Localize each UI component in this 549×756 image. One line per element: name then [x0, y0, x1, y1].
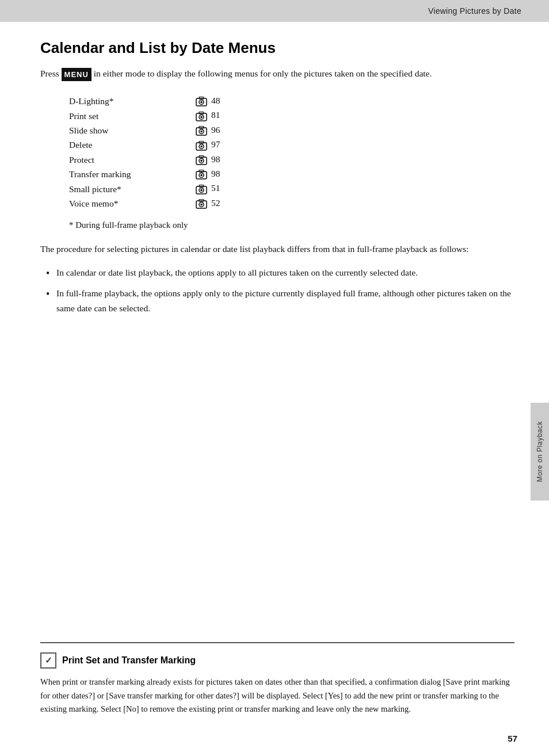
intro-paragraph: Press MENU in either mode to display the…: [40, 66, 514, 81]
menu-row: Small picture* 51: [69, 182, 220, 196]
intro-after: in either mode to display the following …: [92, 68, 432, 78]
menu-item-page-num: 97: [209, 139, 220, 149]
side-tab-label: More on Playback: [536, 421, 544, 482]
menu-item-name: Protect: [69, 152, 196, 167]
menu-row: Protect 98: [69, 152, 220, 167]
svg-point-23: [200, 174, 203, 177]
menu-item-page-num: 52: [209, 198, 220, 208]
footnote: * During full-frame playback only: [69, 220, 514, 230]
note-title: Print Set and Transfer Marking: [62, 655, 196, 666]
bullet-item: In calendar or date list playback, the o…: [40, 265, 514, 280]
intro-before: Press: [40, 68, 62, 78]
note-section: ✓ Print Set and Transfer Marking When pr…: [40, 642, 514, 716]
svg-point-11: [200, 131, 203, 133]
page-number: 57: [508, 734, 517, 743]
body-paragraph: The procedure for selecting pictures in …: [40, 242, 514, 257]
menu-item-ref: 52: [196, 196, 220, 211]
menu-item-page-num: 81: [209, 110, 220, 120]
menu-row: Transfer marking 98: [69, 167, 220, 182]
camera-icon: [196, 198, 207, 209]
menu-row: Voice memo* 52: [69, 196, 220, 211]
menu-item-name: Small picture*: [69, 182, 196, 196]
note-icon: ✓: [40, 652, 56, 669]
menu-row: Slide show 96: [69, 123, 220, 138]
menu-item-ref: 96: [196, 123, 220, 138]
menu-keyword: MENU: [62, 68, 92, 81]
camera-icon: [196, 154, 207, 166]
menu-item-page-num: 96: [209, 125, 220, 135]
bullet-item: In full-frame playback, the options appl…: [40, 286, 514, 315]
menu-item-ref: 97: [196, 138, 220, 152]
menu-item-name: Slide show: [69, 123, 196, 138]
menu-item-page-num: 48: [209, 96, 220, 105]
camera-icon: [196, 184, 207, 195]
menu-item-ref: 48: [196, 94, 220, 108]
page-title: Calendar and List by Date Menus: [40, 39, 514, 57]
menu-item-ref: 98: [196, 167, 220, 182]
camera-icon: [196, 140, 207, 151]
svg-point-3: [200, 101, 203, 104]
note-body: When print or transfer marking already e…: [40, 675, 514, 716]
side-tab: More on Playback: [531, 403, 549, 501]
menu-item-name: D-Lighting*: [69, 94, 196, 108]
svg-point-15: [200, 145, 203, 147]
note-title-row: ✓ Print Set and Transfer Marking: [40, 652, 514, 669]
menu-row: Delete 97: [69, 138, 220, 152]
menu-item-ref: 98: [196, 152, 220, 167]
menu-item-ref: 81: [196, 109, 220, 123]
menu-row: D-Lighting* 48: [69, 94, 220, 108]
header-title: Viewing Pictures by Date: [428, 6, 521, 16]
menu-item-ref: 51: [196, 182, 220, 196]
menu-table: D-Lighting* 48Print set 81Slide show 96D…: [69, 94, 220, 211]
svg-point-19: [200, 160, 203, 162]
camera-icon: [196, 125, 207, 136]
camera-icon: [196, 169, 207, 180]
header-bar: Viewing Pictures by Date: [0, 0, 549, 22]
menu-item-page-num: 51: [209, 183, 220, 193]
svg-point-31: [200, 204, 203, 206]
page: Viewing Pictures by Date Calendar and Li…: [0, 0, 549, 756]
menu-item-page-num: 98: [209, 154, 220, 164]
menu-item-name: Print set: [69, 109, 196, 123]
menu-item-name: Transfer marking: [69, 167, 196, 182]
bullet-list: In calendar or date list playback, the o…: [40, 265, 514, 315]
menu-item-page-num: 98: [209, 169, 220, 178]
camera-icon: [196, 110, 207, 122]
menu-item-name: Delete: [69, 138, 196, 152]
menu-item-name: Voice memo*: [69, 196, 196, 211]
main-content: Calendar and List by Date Menus Press ME…: [0, 22, 549, 349]
menu-row: Print set 81: [69, 109, 220, 123]
svg-point-7: [200, 116, 203, 118]
camera-icon: [196, 96, 207, 107]
svg-point-27: [200, 189, 203, 192]
